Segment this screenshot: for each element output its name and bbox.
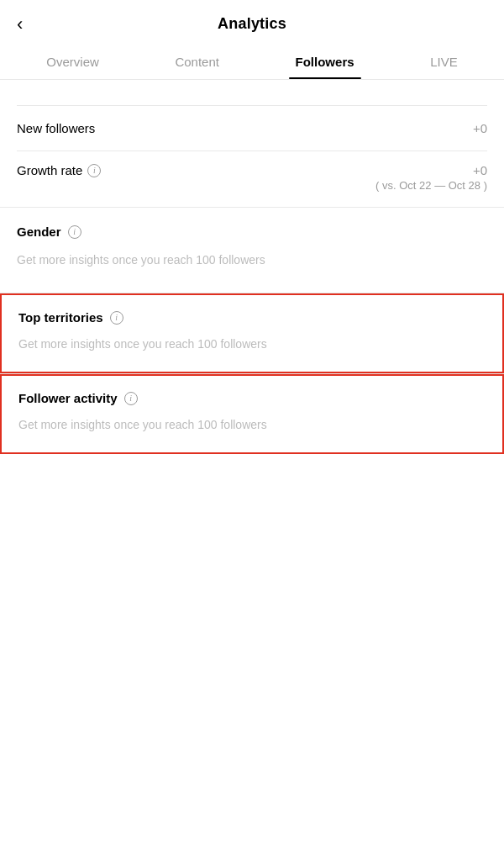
top-territories-section: Top territories i Get more insights once… (0, 293, 504, 373)
tab-content[interactable]: Content (168, 45, 226, 79)
top-territories-header: Top territories i (2, 295, 502, 333)
tab-live[interactable]: LIVE (423, 45, 465, 79)
new-followers-row: New followers +0 (0, 106, 504, 151)
growth-rate-row: Growth rate i +0 ( vs. Oct 22 — Oct 28 ) (0, 151, 504, 207)
growth-rate-label: Growth rate i (17, 163, 101, 177)
follower-activity-title: Follower activity (18, 391, 118, 405)
top-territories-empty-text: Get more insights once you reach 100 fol… (18, 337, 267, 351)
growth-rate-info-icon[interactable]: i (87, 164, 101, 177)
top-spacer (0, 80, 504, 105)
gender-title: Gender (17, 224, 61, 239)
follower-activity-header: Follower activity i (2, 376, 502, 414)
growth-rate-compare: ( vs. Oct 22 — Oct 28 ) (375, 179, 487, 192)
follower-activity-body: Get more insights once you reach 100 fol… (2, 414, 502, 452)
top-territories-body: Get more insights once you reach 100 fol… (2, 333, 502, 372)
new-followers-value: +0 (473, 121, 487, 135)
gender-empty-text: Get more insights once you reach 100 fol… (17, 253, 265, 267)
follower-activity-section: Follower activity i Get more insights on… (0, 374, 504, 454)
gender-info-icon[interactable]: i (68, 225, 81, 239)
top-territories-title: Top territories (18, 310, 103, 325)
follower-activity-empty-text: Get more insights once you reach 100 fol… (18, 418, 267, 431)
gender-header: Gender i (0, 208, 504, 247)
tab-bar: Overview Content Followers LIVE (0, 45, 504, 80)
growth-rate-value: +0 (375, 163, 487, 177)
tab-followers[interactable]: Followers (289, 45, 361, 79)
gender-section: Gender i Get more insights once you reac… (0, 208, 504, 293)
top-territories-info-icon[interactable]: i (110, 311, 123, 325)
growth-rate-right: +0 ( vs. Oct 22 — Oct 28 ) (375, 163, 487, 192)
header: ‹ Analytics (0, 0, 504, 45)
new-followers-label: New followers (17, 121, 95, 135)
main-content: New followers +0 Growth rate i +0 ( vs. … (0, 80, 504, 454)
gender-body: Get more insights once you reach 100 fol… (0, 247, 504, 293)
page-title: Analytics (218, 15, 286, 33)
tab-overview[interactable]: Overview (39, 45, 106, 79)
back-button[interactable]: ‹ (17, 13, 23, 35)
follower-activity-info-icon[interactable]: i (124, 392, 138, 405)
